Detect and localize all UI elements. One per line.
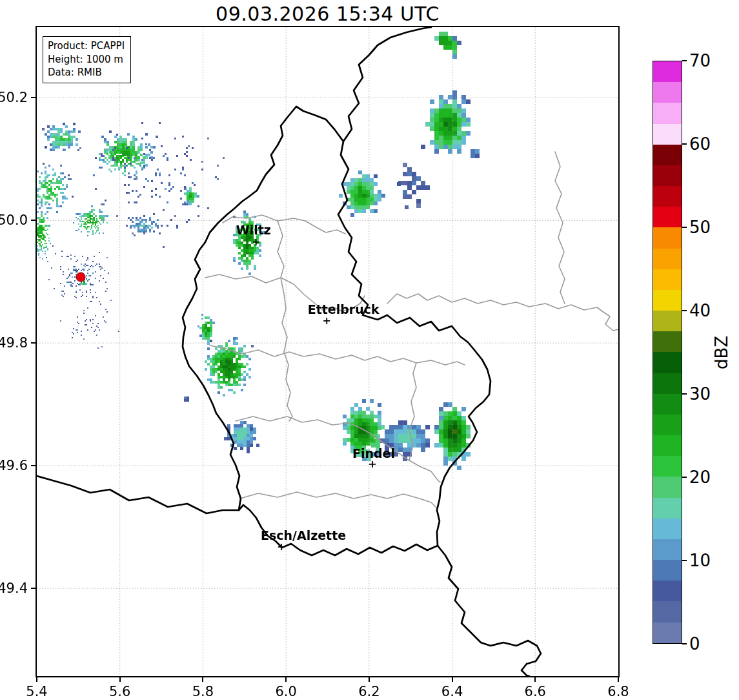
colorbar-segment bbox=[653, 331, 682, 352]
region-border-line bbox=[278, 221, 284, 278]
map-overlay-svg bbox=[37, 27, 618, 676]
x-tick-mark bbox=[369, 677, 370, 682]
y-tick-label: 49.8 bbox=[0, 335, 28, 351]
country-border-line bbox=[343, 27, 431, 141]
y-axis: 50.250.049.849.649.4 bbox=[0, 27, 35, 676]
x-tick-mark bbox=[119, 677, 121, 682]
product-info-box: Product: PCAPPI Height: 1000 m Data: RMI… bbox=[43, 36, 131, 83]
colorbar-tick-label: 10 bbox=[689, 551, 711, 570]
colorbar-segment bbox=[653, 269, 682, 290]
colorbar-tick-label: 0 bbox=[689, 634, 700, 654]
colorbar-tick-mark bbox=[682, 393, 687, 395]
x-tick-label: 6.2 bbox=[358, 684, 380, 699]
colorbar-segment bbox=[653, 82, 682, 103]
region-border-line bbox=[236, 417, 440, 482]
radar-site-marker bbox=[76, 272, 86, 282]
colorbar-tick-label: 40 bbox=[689, 301, 711, 320]
city-label: Ettelbruck bbox=[308, 302, 380, 316]
info-source-line: Data: RMIB bbox=[48, 66, 125, 79]
colorbar-segment bbox=[653, 601, 682, 622]
radar-figure: 09.03.2026 15:34 UTC Product: PCAPPI Hei… bbox=[0, 0, 739, 700]
x-axis: 5.45.65.86.06.26.46.66.8 bbox=[37, 677, 618, 699]
colorbar-segment bbox=[653, 311, 682, 331]
colorbar-tick-label: 60 bbox=[689, 134, 711, 154]
x-tick-mark bbox=[202, 677, 203, 682]
city-label: Wiltz bbox=[236, 223, 271, 237]
region-border-line bbox=[210, 345, 465, 365]
x-tick-label: 6.8 bbox=[607, 684, 629, 699]
country-border-line bbox=[438, 546, 541, 676]
region-border-line bbox=[409, 363, 416, 460]
info-height-line: Height: 1000 m bbox=[48, 53, 125, 67]
colorbar-segment bbox=[653, 623, 682, 643]
x-tick-label: 6.0 bbox=[275, 684, 296, 699]
colorbar-segment bbox=[653, 207, 682, 227]
country-border-line bbox=[37, 476, 239, 513]
colorbar-segment bbox=[653, 145, 682, 165]
colorbar-tick-mark bbox=[682, 143, 687, 145]
colorbar-axis-label: dBZ bbox=[712, 336, 731, 369]
colorbar-segment bbox=[653, 581, 682, 601]
colorbar-tick-label: 30 bbox=[689, 384, 711, 404]
x-tick-mark bbox=[36, 677, 37, 682]
colorbar-segment bbox=[653, 415, 682, 435]
x-tick-label: 5.4 bbox=[26, 684, 47, 699]
y-tick-label: 50.0 bbox=[0, 212, 28, 228]
colorbar-segment bbox=[653, 165, 682, 186]
colorbar-tick-mark bbox=[682, 643, 687, 644]
colorbar-segment bbox=[653, 394, 682, 415]
x-tick-label: 5.8 bbox=[192, 684, 214, 699]
x-tick-label: 6.4 bbox=[441, 684, 463, 699]
colorbar bbox=[653, 61, 682, 644]
plot-area: Product: PCAPPI Height: 1000 m Data: RMI… bbox=[35, 26, 620, 677]
x-tick-label: 5.6 bbox=[109, 684, 130, 699]
y-tick-label: 49.4 bbox=[0, 581, 28, 596]
colorbar-segment bbox=[653, 124, 682, 145]
region-border-line bbox=[281, 278, 292, 421]
colorbar-segment bbox=[653, 477, 682, 497]
colorbar-tick-mark bbox=[682, 60, 687, 61]
plot-title: 09.03.2026 15:34 UTC bbox=[37, 3, 618, 25]
colorbar-segment bbox=[653, 103, 682, 123]
region-border-line bbox=[555, 152, 565, 304]
x-tick-label: 6.6 bbox=[525, 684, 546, 699]
colorbar-segment bbox=[653, 435, 682, 456]
colorbar-segment bbox=[653, 539, 682, 560]
city-label: Findel bbox=[352, 446, 395, 460]
colorbar-tick-mark bbox=[682, 310, 687, 311]
x-tick-mark bbox=[452, 677, 453, 682]
colorbar-tick-mark bbox=[682, 477, 687, 478]
colorbar-segment bbox=[653, 290, 682, 311]
colorbar-tick-label: 70 bbox=[689, 51, 711, 70]
city-label: Esch/Alzette bbox=[261, 528, 346, 542]
y-tick-mark bbox=[31, 588, 35, 589]
y-tick-mark bbox=[31, 97, 35, 98]
country-border-line bbox=[183, 107, 491, 555]
colorbar-segment bbox=[653, 352, 682, 373]
x-tick-mark bbox=[534, 677, 536, 682]
colorbar-segment bbox=[653, 519, 682, 539]
region-border-line bbox=[240, 492, 437, 508]
y-tick-mark bbox=[31, 465, 35, 466]
colorbar-tick-label: 50 bbox=[689, 218, 711, 237]
y-tick-mark bbox=[31, 342, 35, 344]
x-tick-mark bbox=[618, 677, 619, 682]
info-product-line: Product: PCAPPI bbox=[48, 39, 125, 53]
colorbar-segment bbox=[653, 456, 682, 477]
colorbar-tick-mark bbox=[682, 560, 687, 561]
y-tick-mark bbox=[31, 220, 35, 221]
colorbar-tick-label: 20 bbox=[689, 468, 711, 487]
colorbar-segment bbox=[653, 227, 682, 248]
city-marker: + bbox=[252, 236, 260, 248]
colorbar-segment bbox=[653, 373, 682, 394]
colorbar-tick-mark bbox=[682, 227, 687, 228]
x-tick-mark bbox=[285, 677, 287, 682]
y-tick-label: 50.2 bbox=[0, 90, 28, 105]
colorbar-segment bbox=[653, 249, 682, 269]
colorbar-segment bbox=[653, 61, 682, 82]
colorbar-segment bbox=[653, 498, 682, 519]
y-tick-label: 49.6 bbox=[0, 458, 28, 473]
colorbar-segment bbox=[653, 186, 682, 207]
colorbar-segment bbox=[653, 560, 682, 581]
